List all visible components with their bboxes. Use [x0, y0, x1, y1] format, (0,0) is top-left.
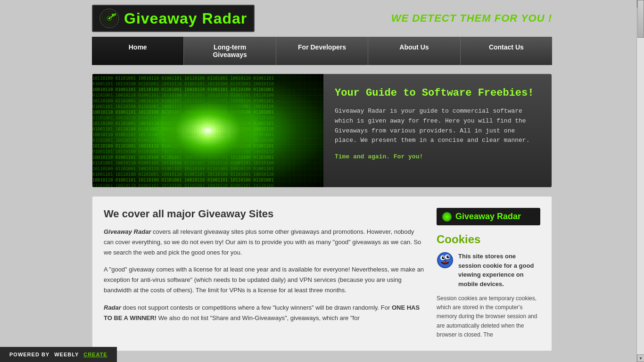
hero-tagline: Time and again. For you!	[335, 153, 538, 160]
cookie-info: This site stores one session cookie for …	[437, 252, 540, 288]
cookie-text: This site stores one session cookie for …	[458, 252, 540, 288]
svg-point-7	[112, 14, 114, 16]
scroll-arrow-down[interactable]: ▼	[637, 354, 644, 360]
sidebar-radar-icon	[442, 212, 452, 222]
sidebar-logo: Giveaway Radar	[437, 208, 540, 225]
nav-item-aboutus[interactable]: About Us	[368, 37, 460, 65]
create-link[interactable]: create	[83, 352, 107, 357]
navigation: Home Long-term Giveaways For Developers …	[92, 37, 552, 65]
cookies-section: Cookies	[437, 233, 540, 339]
svg-text:10010110 01001101 10110100 011: 10010110 01001101 10110100 01101001 1001…	[92, 178, 274, 182]
article-paragraph-3: Radar does not support contests or compe…	[104, 303, 425, 323]
nav-item-home[interactable]: Home	[92, 37, 184, 65]
sidebar: Giveaway Radar Cookies	[437, 208, 540, 339]
article-paragraph-2: A "good" giveaway comes with a license f…	[104, 264, 425, 296]
weebly-brand: weebly	[54, 352, 79, 357]
cookie-monster-icon	[437, 252, 454, 269]
hero-section: 10110100 01101001 10010110 01001101 1011…	[92, 74, 552, 188]
lower-section: We cover all major Giveaway Sites Giveaw…	[92, 196, 552, 351]
nav-item-developers[interactable]: For Developers	[276, 37, 368, 65]
article-title: We cover all major Giveaway Sites	[104, 208, 425, 220]
tagline: We detect them for you !	[391, 12, 552, 25]
svg-text:10010110 01001101 10110100 011: 10010110 01001101 10110100 01101001 1001…	[92, 87, 274, 92]
powered-by-text: POWERED BY	[9, 352, 50, 357]
hero-title: Your Guide to Software Freebies!	[335, 87, 538, 99]
svg-point-33	[442, 256, 445, 259]
scrollbar[interactable]: ▲ ▼	[636, 0, 644, 360]
header: Giveaway Radar We detect them for you !	[0, 0, 644, 37]
svg-point-36	[448, 256, 449, 257]
hero-text: Your Guide to Software Freebies! Giveawa…	[323, 74, 552, 187]
article-body: Giveaway Radar covers all relevant givea…	[104, 227, 425, 323]
powered-by-bar: POWERED BY weebly create	[0, 347, 117, 360]
article-paragraph-1: Giveaway Radar covers all relevant givea…	[104, 227, 425, 258]
cookie-description: Session cookies are temporary cookies, w…	[437, 294, 540, 339]
hero-image: 10110100 01101001 10010110 01001101 1011…	[92, 74, 323, 187]
svg-text:10110100 01101001 10010110 010: 10110100 01101001 10010110 01001101 1011…	[92, 76, 274, 81]
main-article: We cover all major Giveaway Sites Giveaw…	[104, 208, 425, 339]
nav-item-contactus[interactable]: Contact Us	[461, 37, 552, 65]
svg-point-34	[446, 255, 449, 258]
logo-text: Giveaway Radar	[124, 10, 247, 27]
svg-text:01101001 10010110 01001101 101: 01101001 10010110 01001101 10110100 0110…	[92, 183, 274, 187]
svg-text:10110100 01101001 10010110 010: 10110100 01101001 10010110 01001101 1011…	[92, 166, 274, 171]
radar-icon	[99, 8, 119, 28]
svg-point-28	[161, 88, 255, 173]
hero-description: Giveaway Radar is your guide to commerci…	[335, 107, 538, 146]
logo[interactable]: Giveaway Radar	[92, 5, 255, 32]
main-content: 10110100 01101001 10010110 01001101 1011…	[92, 74, 552, 351]
nav-item-longterm[interactable]: Long-term Giveaways	[184, 37, 276, 65]
svg-text:01001101 10110100 01101001 100: 01001101 10110100 01101001 10010110 0100…	[92, 172, 274, 177]
svg-point-35	[443, 257, 444, 258]
svg-text:01001101 10110100 01101001 100: 01001101 10110100 01101001 10010110 0100…	[92, 82, 274, 86]
cookies-title: Cookies	[437, 233, 540, 246]
scroll-thumb[interactable]	[637, 0, 644, 38]
svg-point-37	[444, 260, 446, 262]
svg-point-6	[108, 17, 110, 19]
sidebar-logo-text: Giveaway Radar	[455, 212, 521, 222]
